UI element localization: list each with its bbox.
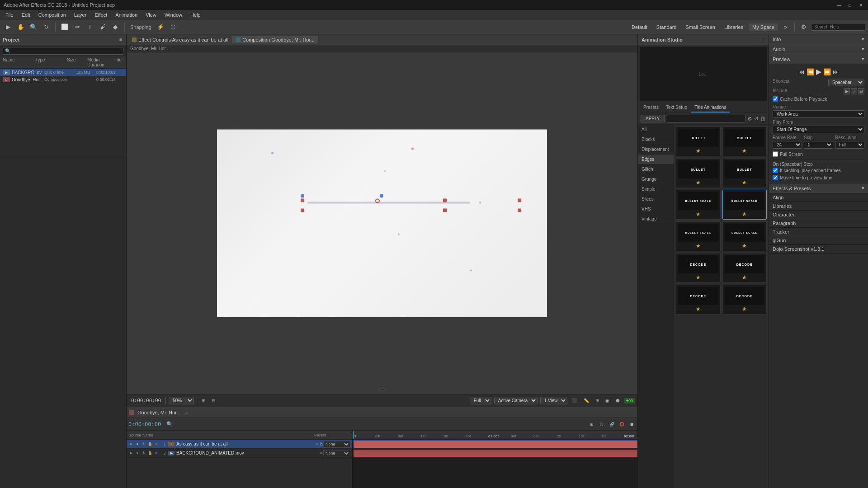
viewer-quality-select[interactable]: FullHalf — [470, 397, 491, 404]
workspace-standard[interactable]: Standard — [653, 23, 680, 31]
layer-label-0[interactable]: ■ — [154, 441, 159, 447]
preset-item-1[interactable]: BULLET ★ — [722, 127, 767, 156]
preset-star-2[interactable]: ★ — [696, 179, 701, 186]
search-help-input[interactable] — [811, 23, 865, 31]
preview-play[interactable]: ▶ — [816, 67, 821, 76]
preset-item-8[interactable]: DECODE ★ — [676, 253, 721, 283]
preview-skip-start[interactable]: ⏮ — [798, 68, 805, 75]
project-item-0[interactable]: ▶ BACKGRO..ov QuickTime 125 MB 0:02:10:0… — [0, 69, 126, 76]
preset-star-10[interactable]: ★ — [696, 306, 701, 312]
preset-item-9[interactable]: DECODE ★ — [722, 253, 767, 283]
preset-item-7[interactable]: BULLET SCALE ★ — [722, 221, 767, 251]
preview-step-back[interactable]: ⏪ — [807, 68, 814, 75]
tool-rect[interactable]: ⬜ — [59, 22, 70, 33]
cat-grunge[interactable]: Grunge — [638, 174, 674, 184]
tool-pen[interactable]: ✏ — [72, 22, 83, 33]
layer-paint-1[interactable]: ✏ — [320, 451, 323, 455]
viewer-channels-icon[interactable]: ⬟ — [614, 397, 622, 404]
preview-step-forward[interactable]: ⏩ — [823, 68, 831, 75]
preset-star-7[interactable]: ★ — [742, 243, 747, 249]
close-btn[interactable]: ✕ — [857, 1, 864, 9]
preset-item-11[interactable]: DECODE ★ — [722, 285, 767, 314]
preset-item-3[interactable]: BULLET ★ — [722, 158, 767, 188]
viewer-grid-icon[interactable]: ⊟ — [210, 397, 217, 404]
track-row-1[interactable]: Out — [353, 449, 637, 458]
workspace-small-screen[interactable]: Small Screen — [682, 23, 718, 31]
menu-help[interactable]: Help — [187, 11, 204, 19]
preset-item-6[interactable]: BULLET SCALE ★ — [676, 221, 721, 251]
preset-item-10[interactable]: DECODE ★ — [676, 285, 721, 314]
menu-effect[interactable]: Effect — [91, 11, 111, 19]
preview-audio-icon[interactable]: ♪ — [851, 88, 857, 94]
layer-mode-0[interactable]: ✏ — [316, 442, 319, 446]
preview-overflow-icon[interactable]: ⊞ — [858, 88, 864, 94]
preset-tab-presets[interactable]: Presets — [640, 103, 662, 113]
timeline-tools-icon1[interactable]: ⊞ — [588, 420, 596, 428]
viewer-ruler-icon[interactable]: 📏 — [582, 397, 591, 404]
cache-checkbox[interactable] — [773, 96, 778, 102]
move-time-checkbox[interactable] — [773, 175, 778, 180]
timeline-tools-icon5[interactable]: ◼ — [627, 420, 636, 428]
viewer-pixel-icon[interactable]: ⬛ — [570, 397, 579, 404]
timeline-tools-icon3[interactable]: 🔗 — [608, 420, 616, 428]
preview-shortcut-select[interactable]: Spacebar — [828, 79, 864, 86]
preset-star-3[interactable]: ★ — [742, 179, 747, 186]
search-presets-input[interactable] — [667, 115, 746, 122]
skip-select[interactable]: 01 — [804, 141, 833, 149]
tool-select[interactable]: ▶ — [3, 22, 14, 33]
layer-effect-0[interactable]: fx — [320, 442, 323, 446]
cat-glitch[interactable]: Glitch — [638, 164, 674, 174]
cat-blocks[interactable]: Blocks — [638, 135, 674, 145]
effects-section-header[interactable]: Effects & Presets ▾ — [769, 183, 868, 193]
layer-lock-0[interactable]: 🔒 — [147, 441, 153, 447]
layer-expand-0[interactable]: ▶ — [128, 441, 134, 447]
tool-zoom[interactable]: 🔍 — [28, 22, 39, 33]
layer-solo-0[interactable]: ● — [135, 441, 140, 447]
fullscreen-checkbox[interactable] — [773, 151, 778, 157]
minimize-btn[interactable]: — — [835, 1, 843, 9]
layer-solo-1[interactable]: ● — [135, 450, 140, 456]
menu-layer[interactable]: Layer — [71, 11, 90, 19]
layer-row-1[interactable]: ▶ ● 👁 🔒 ■ 2 ▶ BACKGROUND_ANIMATED.mov ✏ — [127, 449, 352, 458]
timeline-search-icon[interactable]: 🔍 — [165, 420, 174, 428]
preset-settings-icon[interactable]: ⚙ — [747, 116, 752, 122]
workspace-overflow[interactable]: » — [780, 22, 791, 33]
timeline-menu-icon[interactable]: ≡ — [185, 410, 188, 415]
preset-item-5[interactable]: BULLET SCALE ★ — [722, 190, 767, 220]
settings-icon[interactable]: ⚙ — [798, 22, 809, 33]
cat-vhs[interactable]: VHS — [638, 204, 674, 214]
effects-item-paragraph[interactable]: Paragraph — [769, 219, 868, 228]
viewer-camera-select[interactable]: Active Camera — [494, 397, 538, 404]
preset-tab-title-animations[interactable]: Title Animations — [691, 103, 730, 113]
cat-edges[interactable]: Edges — [638, 155, 674, 164]
layer-expand-1[interactable]: ▶ — [128, 450, 134, 456]
preset-star-11[interactable]: ★ — [742, 306, 747, 312]
frame-rate-select[interactable]: 2430 — [773, 141, 802, 149]
comp-tab[interactable]: Composition Goodbye, Mr. Hor... — [232, 36, 319, 43]
info-section-header[interactable]: Info ▾ — [769, 34, 868, 44]
preset-delete-icon[interactable]: 🗑 — [760, 116, 766, 122]
tool-puppet[interactable]: ◆ — [110, 22, 121, 33]
preset-item-2[interactable]: BULLET ★ — [676, 158, 721, 188]
workspace-libraries[interactable]: Libraries — [721, 23, 747, 31]
effects-item-tracker[interactable]: Tracker — [769, 228, 868, 236]
tool-extra1[interactable]: ⬡ — [168, 22, 179, 33]
layer-label-1[interactable]: ■ — [154, 450, 159, 456]
preview-section-header[interactable]: Preview ▾ — [769, 54, 868, 64]
preset-star-9[interactable]: ★ — [742, 274, 747, 281]
play-from-select[interactable]: Start Of Range — [773, 126, 864, 133]
preset-item-0[interactable]: BULLET ★ — [676, 127, 721, 156]
effects-item-character[interactable]: Character — [769, 211, 868, 219]
layer-mode-select-0[interactable]: None — [323, 441, 350, 447]
viewer-grid-toggle[interactable]: ⊞ — [594, 397, 601, 404]
layer-visible-0[interactable]: 👁 — [141, 441, 146, 447]
menu-window[interactable]: Window — [161, 11, 186, 19]
preset-star-8[interactable]: ★ — [696, 274, 701, 281]
window-controls[interactable]: — □ ✕ — [835, 1, 864, 9]
cat-simple[interactable]: Simple — [638, 184, 674, 194]
cache-frames-checkbox[interactable] — [773, 168, 778, 173]
preset-star-0[interactable]: ★ — [696, 148, 701, 154]
tool-text[interactable]: T — [85, 22, 95, 33]
cat-all[interactable]: All — [638, 125, 674, 135]
tool-rotate[interactable]: ↻ — [41, 22, 52, 33]
